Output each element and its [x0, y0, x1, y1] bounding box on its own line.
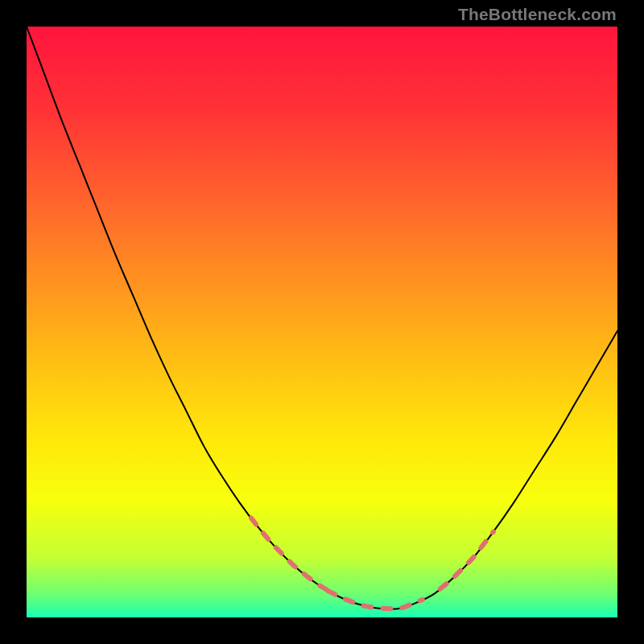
dash-segment [440, 532, 493, 589]
dash-segment [328, 591, 422, 609]
watermark-text: TheBottleneck.com [458, 5, 617, 24]
dashed-highlights [251, 518, 493, 609]
plot-area [27, 27, 617, 617]
bottleneck-curve [27, 27, 617, 609]
chart-stage: TheBottleneck.com [0, 0, 644, 644]
curve-layer [27, 27, 617, 617]
dash-segment [251, 518, 334, 593]
